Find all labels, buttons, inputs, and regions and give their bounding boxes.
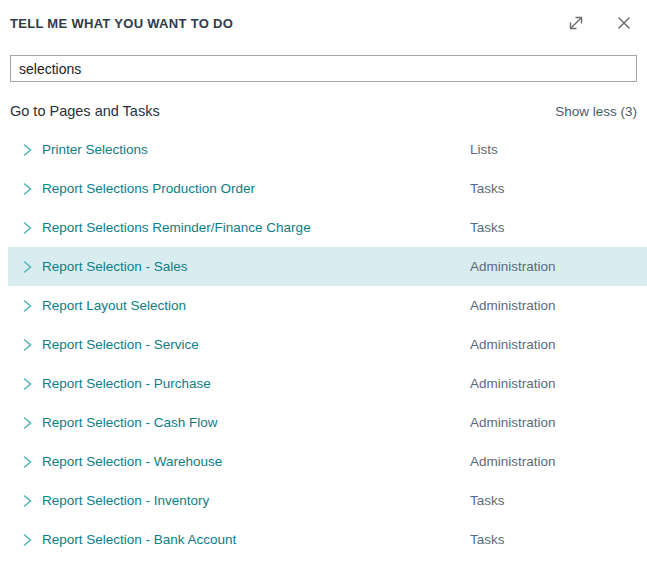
results-list: Printer Selections Lists Report Selectio…	[0, 130, 647, 559]
result-name: Report Selection - Sales	[42, 259, 188, 274]
result-name: Report Selection - Purchase	[42, 376, 211, 391]
close-icon	[614, 13, 634, 36]
result-category: Administration	[470, 454, 556, 469]
result-category: Tasks	[470, 493, 505, 508]
result-name: Report Selection - Inventory	[42, 493, 209, 508]
result-row[interactable]: Report Selection - Purchase Administrati…	[8, 364, 647, 403]
show-less-toggle[interactable]: Show less (3)	[555, 104, 637, 119]
result-row[interactable]: Report Selection - Warehouse Administrat…	[8, 442, 647, 481]
chevron-right-icon	[20, 220, 34, 236]
result-category: Administration	[470, 337, 556, 352]
result-name: Report Selection - Service	[42, 337, 199, 352]
chevron-right-icon	[20, 181, 34, 197]
result-category: Administration	[470, 298, 556, 313]
chevron-right-icon	[20, 142, 34, 158]
result-name: Report Selection - Warehouse	[42, 454, 222, 469]
result-name: Report Selections Production Order	[42, 181, 255, 196]
chevron-right-icon	[20, 298, 34, 314]
tell-me-dialog: TELL ME WHAT YOU WANT TO DO	[0, 0, 647, 575]
result-category: Lists	[470, 142, 498, 157]
result-row[interactable]: Report Selection - Service Administratio…	[8, 325, 647, 364]
dialog-title: TELL ME WHAT YOU WANT TO DO	[10, 13, 233, 31]
result-name: Report Layout Selection	[42, 298, 186, 313]
result-row[interactable]: Printer Selections Lists	[8, 130, 647, 169]
result-category: Tasks	[470, 532, 505, 547]
result-category: Administration	[470, 376, 556, 391]
close-dialog-button[interactable]	[613, 13, 635, 35]
result-row[interactable]: Report Selection - Sales Administration	[8, 247, 647, 286]
result-name: Report Selection - Bank Account	[42, 532, 236, 547]
expand-dialog-button[interactable]	[565, 13, 587, 35]
result-name: Printer Selections	[42, 142, 148, 157]
search-input[interactable]	[10, 55, 637, 82]
result-row[interactable]: Report Selections Reminder/Finance Charg…	[8, 208, 647, 247]
chevron-right-icon	[20, 415, 34, 431]
result-row[interactable]: Report Selection - Bank Account Tasks	[8, 520, 647, 559]
result-category: Administration	[470, 259, 556, 274]
expand-diagonal-icon	[566, 13, 586, 36]
section-header-row: Go to Pages and Tasks Show less (3)	[0, 82, 647, 119]
search-container	[0, 35, 647, 82]
chevron-right-icon	[20, 454, 34, 470]
chevron-right-icon	[20, 376, 34, 392]
chevron-right-icon	[20, 337, 34, 353]
section-heading: Go to Pages and Tasks	[10, 103, 160, 119]
result-category: Administration	[470, 415, 556, 430]
chevron-right-icon	[20, 532, 34, 548]
result-row[interactable]: Report Selection - Inventory Tasks	[8, 481, 647, 520]
chevron-right-icon	[20, 259, 34, 275]
result-row[interactable]: Report Selection - Cash Flow Administrat…	[8, 403, 647, 442]
result-category: Tasks	[470, 220, 505, 235]
chevron-right-icon	[20, 493, 34, 509]
dialog-header: TELL ME WHAT YOU WANT TO DO	[0, 0, 647, 35]
header-icons	[565, 13, 635, 35]
result-category: Tasks	[470, 181, 505, 196]
result-name: Report Selections Reminder/Finance Charg…	[42, 220, 311, 235]
result-name: Report Selection - Cash Flow	[42, 415, 218, 430]
result-row[interactable]: Report Selections Production Order Tasks	[8, 169, 647, 208]
result-row[interactable]: Report Layout Selection Administration	[8, 286, 647, 325]
